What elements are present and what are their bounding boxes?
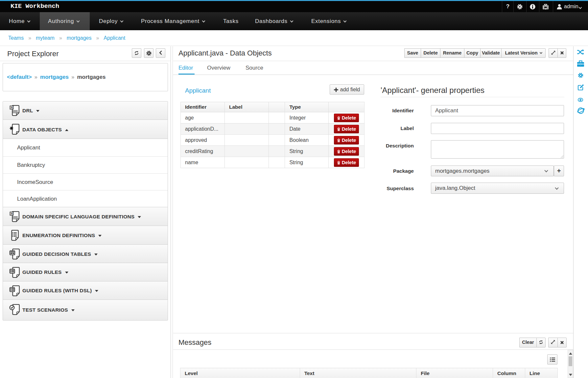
- svg-text:R: R: [11, 212, 13, 215]
- svg-text:R: R: [11, 106, 13, 109]
